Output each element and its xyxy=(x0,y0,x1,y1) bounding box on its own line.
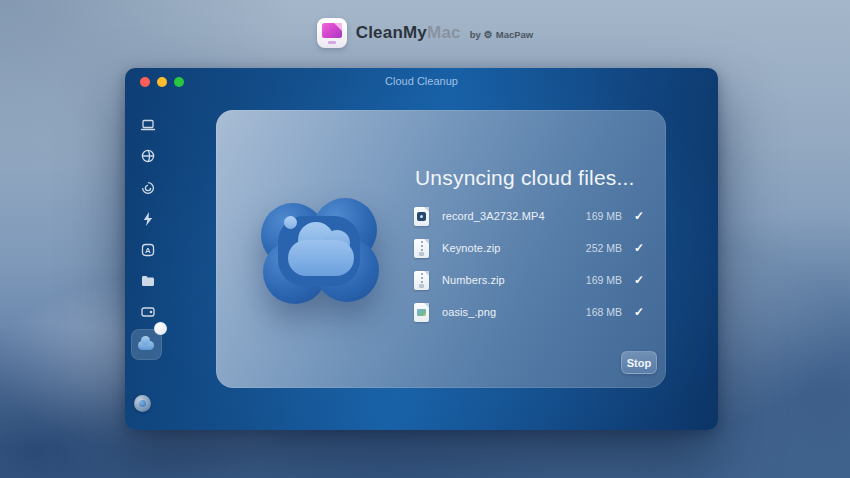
sidebar-item-cleanup[interactable] xyxy=(137,177,159,199)
cleanmymac-window: Cloud Cleanup A xyxy=(125,68,718,430)
file-row: Keynote.zip 252 MB ✓ xyxy=(414,232,644,264)
check-icon: ✓ xyxy=(629,209,644,223)
byline-brand: MacPaw xyxy=(496,29,534,40)
file-row: Numbers.zip 169 MB ✓ xyxy=(414,264,644,296)
file-row: record_3A2732.MP4 169 MB ✓ xyxy=(414,200,644,232)
sidebar-item-smart-care[interactable] xyxy=(137,114,159,136)
cloud-3d-illustration xyxy=(260,198,378,304)
check-icon: ✓ xyxy=(629,305,644,319)
svg-text:A: A xyxy=(145,246,151,255)
file-name: oasis_.png xyxy=(442,306,496,318)
file-name: Keynote.zip xyxy=(442,242,501,254)
file-size: 169 MB xyxy=(586,274,622,286)
check-icon: ✓ xyxy=(629,273,644,287)
window-titlebar: Cloud Cleanup xyxy=(125,68,718,94)
clutter-folder-icon xyxy=(139,272,157,290)
file-name: Numbers.zip xyxy=(442,274,505,286)
applications-icon: A xyxy=(139,241,157,259)
byline-by: by xyxy=(470,29,481,40)
performance-lightning-icon xyxy=(139,210,157,228)
brand-strong: CleanMy xyxy=(356,23,427,42)
check-icon: ✓ xyxy=(629,241,644,255)
storage-disk-icon xyxy=(139,303,157,321)
unsync-file-list: record_3A2732.MP4 169 MB ✓ Keynote.zip 2… xyxy=(414,200,644,328)
laptop-icon xyxy=(139,116,157,134)
file-size: 168 MB xyxy=(586,306,622,318)
sidebar-item-performance[interactable] xyxy=(137,208,159,230)
sidebar-item-applications[interactable]: A xyxy=(137,239,159,261)
brand-light: Mac xyxy=(427,23,461,42)
cloud-status-badge xyxy=(154,322,167,335)
brand-wordmark: CleanMyMac xyxy=(356,23,461,43)
window-title: Cloud Cleanup xyxy=(125,75,718,87)
protection-globe-icon xyxy=(139,147,157,165)
brand-byline: by ⚙ MacPaw xyxy=(470,29,534,40)
video-file-icon xyxy=(414,207,429,226)
cleanmymac-app-icon xyxy=(317,18,347,48)
page-title: Unsyncing cloud files... xyxy=(415,166,635,190)
zip-file-icon xyxy=(414,239,429,258)
cleanup-swirl-icon xyxy=(139,179,157,197)
file-size: 169 MB xyxy=(586,210,622,222)
sidebar-item-space-lens[interactable] xyxy=(137,301,159,323)
desktop-background: CleanMyMac by ⚙ MacPaw Cloud Cleanup xyxy=(0,0,850,478)
sidebar-item-cloud-cleanup-selected[interactable] xyxy=(131,329,162,360)
file-size: 252 MB xyxy=(586,242,622,254)
cloud-cleanup-panel: Unsyncing cloud files... record_3A2732.M… xyxy=(216,110,666,388)
cloud-cleanup-icon xyxy=(138,341,154,350)
app-branding: CleanMyMac by ⚙ MacPaw xyxy=(0,14,850,52)
stop-button[interactable]: Stop xyxy=(621,351,657,374)
image-file-icon xyxy=(414,303,429,322)
sidebar-item-protection[interactable] xyxy=(137,145,159,167)
app-icon-screen xyxy=(322,23,342,38)
macpaw-gear-icon: ⚙ xyxy=(484,29,493,40)
app-icon-stand xyxy=(328,41,336,44)
file-name: record_3A2732.MP4 xyxy=(442,210,545,222)
sidebar-item-my-clutter[interactable] xyxy=(137,270,159,292)
zip-file-icon xyxy=(414,271,429,290)
file-row: oasis_.png 168 MB ✓ xyxy=(414,296,644,328)
sidebar-item-assistant[interactable] xyxy=(134,395,151,412)
